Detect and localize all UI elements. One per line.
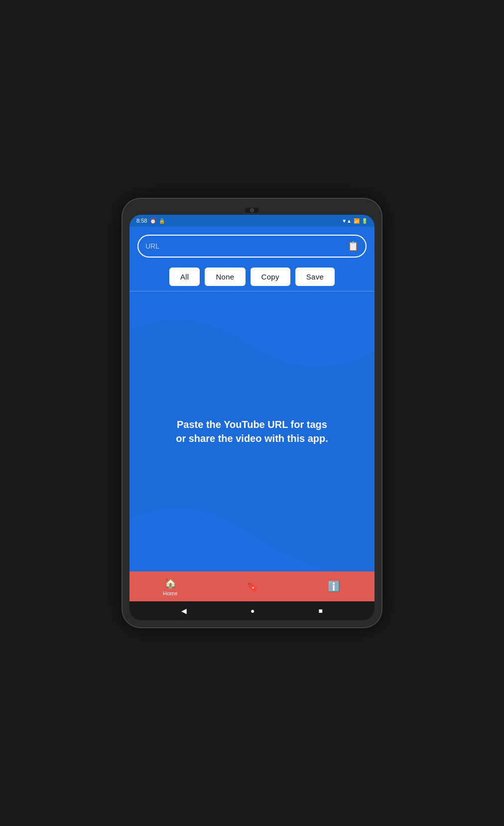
main-area: Paste the YouTube URL for tagsor share t… [129, 291, 375, 571]
time-display: 8:58 [136, 218, 147, 224]
clipboard-icon[interactable]: 📋 [348, 241, 359, 252]
device-frame: 8:58 ⏰ 🔒 ▼▲ 📶 🔋 📋 [123, 199, 381, 627]
home-icon: 🏠 [164, 577, 177, 589]
url-input[interactable] [145, 242, 348, 250]
signal-icon: 📶 [354, 218, 360, 224]
info-icon: ℹ️ [328, 580, 340, 592]
buttons-row: All None Copy Save [129, 263, 375, 291]
bottom-nav: 🏠 Home 🔖 ℹ️ [129, 571, 375, 601]
nav-item-home[interactable]: 🏠 Home [129, 571, 211, 601]
status-right: ▼▲ 📶 🔋 [342, 218, 368, 224]
status-bar: 8:58 ⏰ 🔒 ▼▲ 📶 🔋 [129, 215, 375, 227]
back-button[interactable]: ◀ [181, 607, 187, 615]
placeholder-message: Paste the YouTube URL for tagsor share t… [176, 417, 328, 445]
copy-button[interactable]: Copy [251, 268, 290, 286]
home-label: Home [163, 590, 177, 596]
screen: 8:58 ⏰ 🔒 ▼▲ 📶 🔋 📋 [129, 215, 375, 620]
bookmark-icon: 🔖 [246, 580, 258, 592]
all-button[interactable]: All [169, 268, 200, 286]
url-input-wrapper[interactable]: 📋 [137, 235, 367, 258]
camera-notch [245, 208, 259, 213]
save-button[interactable]: Save [295, 268, 335, 286]
home-button[interactable]: ● [251, 607, 254, 615]
system-nav: ◀ ● ■ [129, 601, 375, 620]
app-content: 📋 All None Copy Save Paste the YouTube U… [129, 227, 375, 601]
recent-button[interactable]: ■ [319, 607, 323, 615]
wifi-icon: ▼▲ [342, 218, 352, 224]
status-left: 8:58 ⏰ 🔒 [136, 218, 165, 224]
camera-dot [250, 208, 254, 212]
nav-item-bookmark[interactable]: 🔖 [211, 571, 293, 601]
none-button[interactable]: None [205, 268, 245, 286]
alarm-icon: ⏰ [150, 218, 156, 224]
lock-icon: 🔒 [159, 218, 165, 224]
nav-item-info[interactable]: ℹ️ [293, 571, 375, 601]
url-section: 📋 [129, 227, 375, 263]
battery-icon: 🔋 [362, 218, 368, 224]
